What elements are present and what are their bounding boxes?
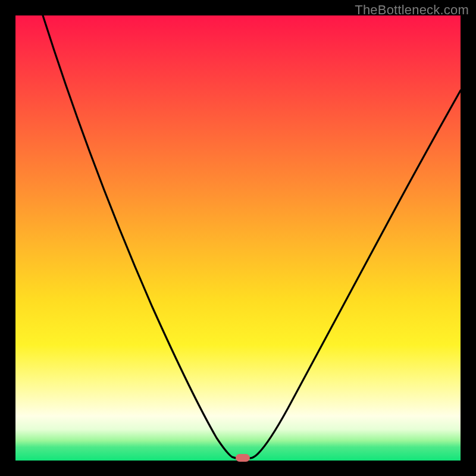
curve-left-branch [43,15,238,458]
curve-right-branch [250,90,461,458]
optimum-marker [236,454,250,462]
chart-frame: TheBottleneck.com [0,0,476,476]
watermark-text: TheBottleneck.com [355,2,469,18]
plot-area [15,15,461,461]
bottleneck-curve [15,15,461,461]
